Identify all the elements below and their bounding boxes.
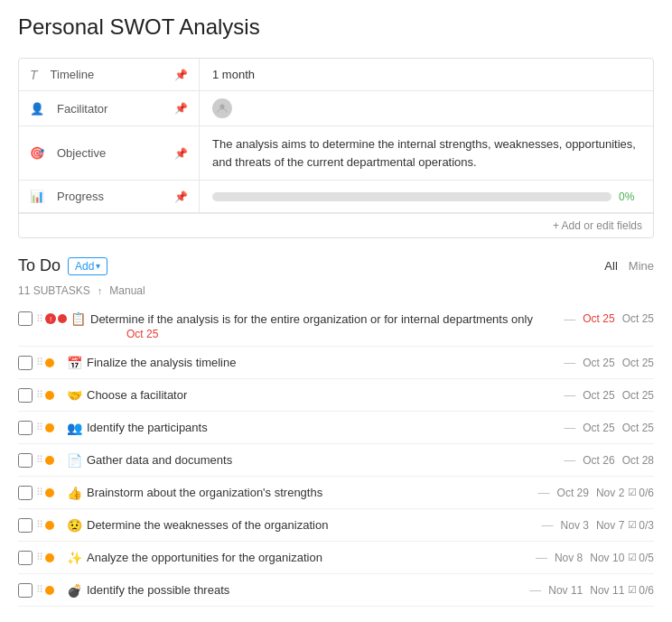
subtask-start-date: Oct 25 [583, 422, 614, 434]
subtask-start-date: Oct 29 [557, 487, 589, 499]
check-count: ☑ 0/6 [628, 584, 654, 597]
check-icon-small: ☑ [628, 552, 637, 563]
svg-point-0 [220, 105, 225, 109]
subtask-dash: — [536, 551, 547, 564]
subtask-control-icons: ⠿ [36, 584, 63, 596]
add-label: Add [75, 260, 94, 273]
subtask-row: ⠿ 😟 Determine the weaknesses of the orga… [18, 509, 654, 542]
objective-row: 🎯 Objective 📌 The analysis aims to deter… [19, 126, 653, 181]
subtask-row: ⠿ 📅 Finalize the analysis timeline — Oct… [18, 347, 654, 379]
subtask-checkbox[interactable] [18, 486, 33, 500]
subtask-handle-icon: ⠿ [36, 389, 43, 401]
subtask-row: ⠿ ✨ Analyze the opportunities for the or… [18, 542, 654, 574]
subtask-emoji: 👥 [67, 421, 83, 435]
subtask-text: Finalize the analysis timeline [87, 356, 556, 369]
add-edit-fields-btn[interactable]: + Add or edit fields [19, 213, 653, 237]
subtask-dash: — [564, 312, 575, 326]
subtask-control-icons: ⠿ [36, 422, 63, 433]
subtask-emoji: 🤝 [67, 388, 83, 403]
priority-indicator [45, 358, 54, 367]
progress-bar-track [212, 192, 611, 201]
subtask-control-icons: ⠿ [36, 552, 63, 563]
subtask-control-icons: ⠿ [36, 357, 63, 368]
subtask-end-date: Oct 25 [622, 357, 654, 369]
subtask-end-date: Nov 10 [590, 552, 624, 564]
subtask-dash: — [564, 453, 575, 467]
subtask-handle-icon: ⠿ [36, 487, 43, 498]
check-count: ☑ 0/3 [628, 519, 654, 532]
page-title: Personal SWOT Analysis [18, 14, 654, 40]
subtask-checkbox[interactable] [18, 311, 33, 326]
subtask-checkbox[interactable] [18, 421, 33, 435]
subtask-start-date: Oct 25 [583, 312, 614, 325]
subtask-text: Analyze the opportunities for the organi… [87, 551, 528, 564]
progress-label-text: Progress [57, 190, 104, 203]
check-icon-small: ☑ [628, 487, 637, 498]
subtask-checkbox[interactable] [18, 518, 33, 533]
subtask-row: ⠿ 💣 Identify the possible threats — Nov … [18, 574, 654, 607]
subtask-text: Brainstorm about the organization's stre… [87, 486, 531, 499]
filter-mine[interactable]: Mine [629, 259, 654, 273]
facilitator-row: 👤 Facilitator 📌 [19, 91, 653, 126]
subtask-checkbox[interactable] [18, 551, 33, 565]
subtask-checkbox[interactable] [18, 453, 33, 468]
subtask-control-icons: ⠿ [36, 487, 63, 498]
add-button[interactable]: Add ▾ [68, 257, 107, 275]
subtasks-count: 11 SUBTASKS [18, 284, 90, 297]
subtask-start-date: Nov 11 [548, 584, 583, 597]
todo-header: To Do Add ▾ All Mine [18, 256, 654, 275]
subtask-end-date: Nov 2 [596, 487, 624, 499]
subtask-checkbox[interactable] [18, 583, 33, 598]
subtask-end-date: Oct 25 [622, 422, 654, 434]
priority-indicator [58, 314, 67, 323]
subtask-end-date: Nov 11 [590, 584, 624, 597]
subtask-dash: — [564, 421, 575, 434]
priority-indicator [45, 586, 54, 595]
subtask-end-date: Oct 28 [622, 454, 654, 467]
subtask-emoji: 😟 [67, 518, 83, 533]
fields-table: T Timeline 📌 1 month 👤 Facilitator 📌 🎯 [18, 58, 654, 238]
subtask-handle-icon: ⠿ [36, 552, 43, 563]
subtask-text: Choose a facilitator [87, 388, 556, 402]
progress-icon: 📊 [30, 190, 44, 203]
timeline-label: T Timeline 📌 [19, 59, 200, 90]
subtask-row: ⠿ 🤝 Choose a facilitator — Oct 25 Oct 25 [18, 379, 654, 412]
facilitator-icon: 👤 [30, 102, 44, 116]
todo-filter: All Mine [604, 259, 654, 273]
subtask-checkbox[interactable] [18, 388, 33, 403]
timeline-pin-icon: 📌 [174, 69, 188, 81]
subtask-start-date: Oct 25 [583, 357, 614, 369]
subtask-handle-icon: ⠿ [36, 313, 43, 325]
subtask-dash: — [538, 486, 550, 499]
subtask-end-date: Oct 25 [622, 312, 654, 325]
subtask-start-date: Oct 26 [583, 454, 614, 467]
subtasks-list: ⠿ ! 📋 Determine if the analysis is for t… [18, 306, 654, 607]
facilitator-label: 👤 Facilitator 📌 [19, 91, 200, 125]
todo-title: To Do [18, 256, 61, 275]
progress-value[interactable]: 0% [200, 181, 653, 212]
subtask-control-icons: ⠿ ! [36, 313, 67, 325]
progress-row: 📊 Progress 📌 0% [19, 181, 653, 213]
priority-indicator [45, 456, 54, 465]
subtask-emoji: 📋 [70, 311, 87, 326]
subtask-start-date: Nov 8 [555, 552, 583, 564]
facilitator-value[interactable] [200, 91, 653, 125]
subtask-end-date: Nov 7 [596, 519, 624, 532]
subtask-handle-icon: ⠿ [36, 454, 43, 466]
subtask-dash: — [542, 518, 554, 532]
subtask-row: ⠿ 👥 Identify the participants — Oct 25 O… [18, 412, 654, 444]
subtask-emoji: 👍 [67, 486, 83, 500]
objective-value[interactable]: The analysis aims to determine the inter… [200, 126, 653, 180]
filter-all[interactable]: All [604, 259, 617, 273]
check-icon-small: ☑ [628, 519, 637, 531]
subtask-handle-icon: ⠿ [36, 422, 43, 433]
timeline-value[interactable]: 1 month [200, 59, 653, 90]
subtask-emoji: ✨ [67, 551, 83, 565]
sort-label: Manual [109, 284, 145, 297]
facilitator-pin-icon: 📌 [174, 102, 188, 115]
subtask-handle-icon: ⠿ [36, 357, 43, 368]
subtask-checkbox[interactable] [18, 356, 33, 370]
facilitator-label-text: Facilitator [57, 102, 107, 116]
priority-indicator [45, 521, 54, 530]
todo-left: To Do Add ▾ [18, 256, 107, 275]
